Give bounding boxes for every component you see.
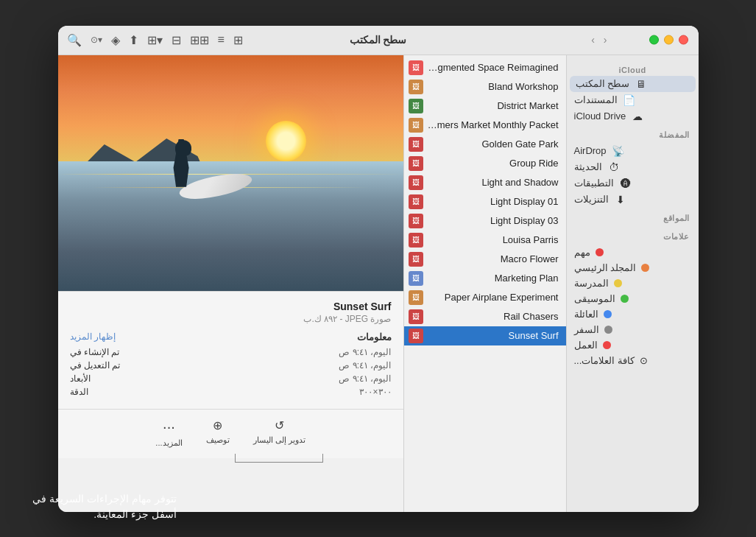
- list-item[interactable]: Light Display 03🖼: [404, 211, 566, 231]
- file-icon: 🖼: [409, 60, 423, 75]
- tag-dot-work: [603, 341, 611, 349]
- nav-forward-button[interactable]: ›: [601, 32, 610, 47]
- file-title: Sunset Surf: [70, 301, 392, 312]
- apps-label: التطبيقات: [574, 178, 614, 189]
- info-panel: Sunset Surf صورة JPEG - ٨٩٢ ك.ب إظهار ال…: [58, 291, 403, 409]
- list-item[interactable]: Augmented Space Reimagined🖼: [404, 58, 566, 77]
- tag-music[interactable]: الموسيقى: [567, 291, 699, 306]
- tag-travel[interactable]: السفر: [567, 322, 699, 337]
- info-row-modified: اليوم، ٩:٤١ ص تم التعديل في: [70, 360, 392, 371]
- tag-all-tags-label: كافة العلامات...: [574, 355, 635, 366]
- file-name: Marketing Plan: [428, 273, 559, 284]
- tag-important-label: مهم: [574, 247, 590, 258]
- bracket-indicator: [235, 454, 323, 463]
- close-button[interactable]: [679, 35, 688, 45]
- file-name: Light Display 01: [428, 196, 559, 207]
- info-section-label: معلومات: [357, 331, 392, 343]
- describe-label: توصيف: [206, 435, 230, 445]
- sidebar-item-icloud-drive[interactable]: ☁ iCloud Drive: [567, 108, 699, 124]
- sun-element: [266, 121, 306, 161]
- tag-all-tags[interactable]: ⊙ كافة العلامات...: [567, 353, 699, 368]
- list-item[interactable]: Group Ride🖼: [404, 154, 566, 173]
- created-label: تم الإنشاء في: [70, 347, 120, 357]
- show-more-button[interactable]: إظهار المزيد: [70, 331, 116, 342]
- grid-view-icon[interactable]: ⊞▾: [147, 33, 163, 47]
- gallery-view-icon[interactable]: ⊞: [233, 33, 243, 47]
- documents-icon: 📄: [623, 94, 636, 106]
- sidebar-item-airdrop[interactable]: 📡 AirDrop: [567, 143, 699, 159]
- sidebar-item-recent[interactable]: ⏱ الحديثة: [567, 159, 699, 175]
- list-item[interactable]: Sunset Surf🖼: [404, 326, 566, 345]
- file-icon: 🖼: [409, 99, 423, 113]
- tag-dot-gray: [604, 326, 612, 334]
- more-actions-button[interactable]: ··· المزيد...: [155, 418, 182, 448]
- tag-dot-green: [621, 295, 629, 303]
- surfer-head: [175, 140, 191, 156]
- column-view-icon[interactable]: ⊟: [172, 33, 181, 47]
- preview-image-area: [58, 55, 403, 291]
- info-row-resolution: ٣٠٠×٣٠٠ الدقة: [70, 387, 392, 397]
- rotate-button[interactable]: ↺ تدوير إلى اليسار: [253, 418, 305, 448]
- list-item[interactable]: Light and Shadow🖼: [404, 173, 566, 192]
- file-icon: 🖼: [409, 156, 423, 171]
- list-item[interactable]: Louisa Parris🖼: [404, 231, 566, 250]
- apps-icon: 🅐: [619, 178, 632, 189]
- sidebar-item-downloads[interactable]: ⬇ التنزيلات: [567, 192, 699, 208]
- icloud-drive-label: iCloud Drive: [574, 110, 626, 122]
- tag-icon[interactable]: ◈: [111, 33, 120, 47]
- sidebar-item-apps[interactable]: 🅐 التطبيقات: [567, 175, 699, 192]
- list-item[interactable]: District Market🖼: [404, 96, 566, 116]
- modified-label: تم التعديل في: [70, 360, 121, 371]
- sidebar-item-desktop[interactable]: 🖥 سطح المكتب: [570, 76, 696, 92]
- downloads-icon: ⬇: [614, 194, 627, 206]
- resolution-label: الدقة: [70, 387, 88, 397]
- sidebar: iCloud 🖥 سطح المكتب 📄 المستندات ☁ iCloud…: [566, 55, 699, 512]
- share-icon[interactable]: ⬆: [129, 33, 138, 47]
- search-icon[interactable]: 🔍: [67, 33, 82, 47]
- more-label: المزيد...: [155, 438, 182, 448]
- window-title: سطح المكتب: [350, 34, 407, 46]
- file-name: Light Display 03: [428, 215, 559, 226]
- file-name: District Market: [428, 100, 559, 111]
- list-item[interactable]: Bland Workshop🖼: [404, 77, 566, 96]
- describe-button[interactable]: ⊕ توصيف: [206, 418, 230, 448]
- minimize-button[interactable]: [664, 35, 674, 45]
- list-view-icon[interactable]: ≡: [218, 33, 225, 46]
- sidebar-item-documents[interactable]: 📄 المستندات: [567, 92, 699, 108]
- tag-work[interactable]: العمل: [567, 337, 699, 353]
- list-item[interactable]: Light Display 01🖼: [404, 192, 566, 211]
- nav-arrows: ‹ ›: [588, 32, 610, 47]
- airdrop-icon: 📡: [612, 145, 625, 157]
- file-subtitle: صورة JPEG - ٨٩٢ ك.ب: [70, 314, 392, 324]
- file-name: Macro Flower: [428, 253, 559, 264]
- describe-icon: ⊕: [213, 418, 222, 432]
- file-name: Sunset Surf: [428, 330, 559, 341]
- maximize-button[interactable]: [649, 35, 659, 45]
- tag-music-label: الموسيقى: [574, 293, 615, 304]
- tag-school[interactable]: المدرسة: [567, 275, 699, 291]
- list-item[interactable]: Golden Gate Park🖼: [404, 135, 566, 154]
- file-name: Paper Airplane Experiment: [428, 292, 559, 303]
- tag-home-folder[interactable]: المجلد الرئيسي: [567, 260, 699, 275]
- created-value: اليوم، ٩:٤١ ص: [339, 347, 391, 357]
- list-item[interactable]: Macro Flower🖼: [404, 250, 566, 269]
- finder-window: 🔍 ⊙▾ ◈ ⬆ ⊞▾ ⊟ ⊞⊞ ≡ ⊞ سطح المكتب ‹ ›: [58, 26, 699, 512]
- airdrop-label: AirDrop: [574, 145, 607, 156]
- list-item[interactable]: Farmers Market Monthly Packet🖼: [404, 116, 566, 135]
- nav-back-button[interactable]: ‹: [588, 32, 598, 47]
- tag-travel-label: السفر: [574, 324, 599, 335]
- multi-view-icon[interactable]: ⊞⊞: [190, 33, 209, 47]
- tooltip-text: تتوفر مهام الإجراءات السريعة في أسفل جزء…: [15, 491, 177, 522]
- tag-family[interactable]: العائلة: [567, 306, 699, 322]
- view-toggle-icon[interactable]: ⊙▾: [91, 35, 102, 45]
- list-item[interactable]: Paper Airplane Experiment🖼: [404, 288, 566, 307]
- tag-important[interactable]: مهم: [567, 245, 699, 260]
- tag-work-label: العمل: [574, 340, 598, 351]
- recent-label: الحديثة: [574, 161, 602, 172]
- list-item[interactable]: Rail Chasers🖼: [404, 307, 566, 326]
- downloads-label: التنزيلات: [574, 194, 609, 205]
- traffic-lights: [649, 35, 688, 45]
- list-item[interactable]: Marketing Plan🖼: [404, 269, 566, 288]
- tag-dot-blue: [604, 310, 612, 318]
- rotate-icon: ↺: [275, 418, 284, 432]
